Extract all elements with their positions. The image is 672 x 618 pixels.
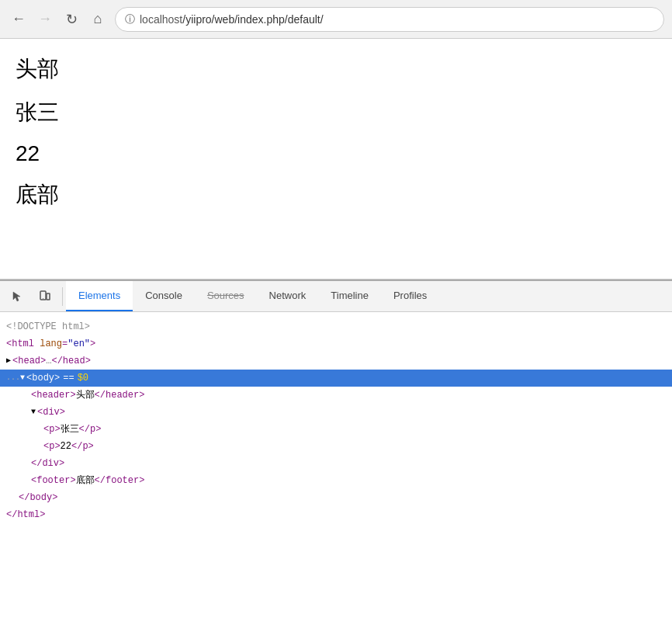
url-path: /yiipro/web/index.php/default/ <box>182 13 323 26</box>
back-button[interactable]: ← <box>8 9 29 30</box>
header-text: 头部 <box>16 54 656 84</box>
code-p1: <p>张三</p> <box>0 421 672 438</box>
reload-button[interactable]: ↻ <box>61 9 82 30</box>
tab-elements[interactable]: Elements <box>66 281 133 311</box>
code-head[interactable]: ▶ <head>…</head> <box>0 352 672 370</box>
devtools-tabs: Elements Console Sources Network Timelin… <box>66 281 669 311</box>
devtools-code-panel: <!DOCTYPE html> <html lang="en"> ▶ <head… <box>0 312 672 618</box>
devtools-panel: Elements Console Sources Network Timelin… <box>0 279 672 618</box>
triangle-div[interactable]: ▼ <box>31 404 36 420</box>
code-footer: <footer>底部</footer> <box>0 472 672 489</box>
inspect-icon[interactable] <box>3 283 31 311</box>
device-icon[interactable] <box>31 283 59 311</box>
forward-button[interactable]: → <box>34 9 56 30</box>
svg-rect-1 <box>47 293 50 300</box>
tab-timeline[interactable]: Timeline <box>318 281 381 311</box>
code-html-open: <html lang="en"> <box>0 335 672 352</box>
info-icon: ⓘ <box>125 12 135 26</box>
triangle-head[interactable]: ▶ <box>6 353 11 369</box>
code-div-close: </div> <box>0 455 672 472</box>
code-header: <header>头部</header> <box>0 387 672 404</box>
triangle-body[interactable]: ▼ <box>20 370 25 386</box>
browser-toolbar: ← → ↻ ⌂ ⓘ localhost/yiipro/web/index.php… <box>0 0 672 39</box>
code-html-close: </html> <box>0 506 672 523</box>
svg-point-2 <box>43 298 43 299</box>
code-p2: <p>22</p> <box>0 438 672 455</box>
url-base: localhost <box>140 13 182 26</box>
code-body-close: </body> <box>0 489 672 506</box>
tab-profiles[interactable]: Profiles <box>381 281 439 311</box>
tab-network[interactable]: Network <box>257 281 319 311</box>
gutter-dots: ... <box>6 370 20 386</box>
tab-sources[interactable]: Sources <box>195 281 257 311</box>
devtools-toolbar: Elements Console Sources Network Timelin… <box>0 281 672 312</box>
page-content: 头部 张三 22 底部 <box>0 39 672 279</box>
age-text: 22 <box>16 141 656 166</box>
footer-text: 底部 <box>16 180 656 210</box>
tab-console[interactable]: Console <box>133 281 195 311</box>
name-text: 张三 <box>16 98 656 127</box>
code-div-open[interactable]: ▼ <div> <box>0 404 672 421</box>
home-button[interactable]: ⌂ <box>87 9 109 30</box>
url-display: localhost/yiipro/web/index.php/default/ <box>140 13 324 26</box>
nav-buttons: ← → ↻ ⌂ <box>8 9 109 30</box>
address-bar[interactable]: ⓘ localhost/yiipro/web/index.php/default… <box>115 7 664 32</box>
code-doctype: <!DOCTYPE html> <box>0 318 672 335</box>
toolbar-divider <box>62 287 63 306</box>
code-body[interactable]: ... ▼ <body> == $0 <box>0 370 672 387</box>
